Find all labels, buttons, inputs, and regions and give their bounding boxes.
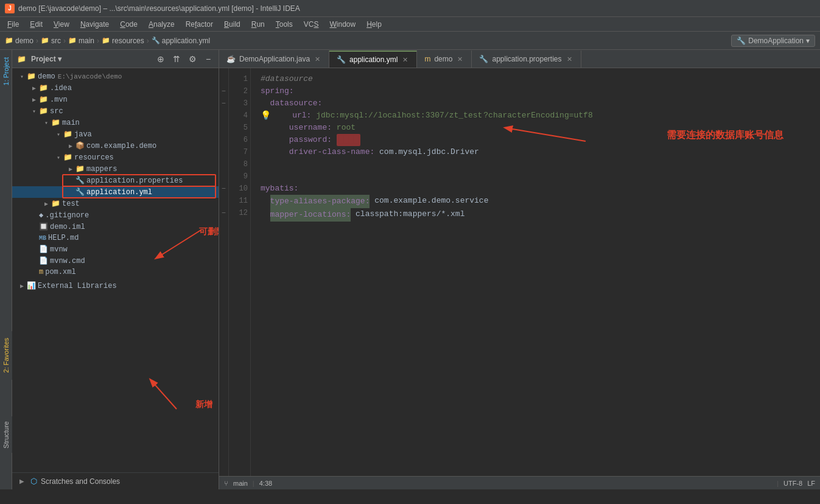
app-icon: J	[5, 4, 15, 13]
menu-refactor[interactable]: Refactor	[181, 19, 218, 30]
favorites-side-tab[interactable]: 2: Favorites	[1, 335, 11, 375]
fold-11	[219, 195, 228, 207]
menu-run[interactable]: Run	[247, 19, 270, 30]
tree-icon-package: 📦	[75, 141, 85, 150]
tree-mappers[interactable]: ▶ 📁 mappers	[12, 163, 219, 175]
tab-demo-icon: m	[424, 55, 430, 63]
tree-mvnw[interactable]: ▶ 📄 mvnw	[12, 243, 219, 255]
menu-edit[interactable]: Edit	[25, 19, 47, 30]
tree-gitignore[interactable]: ▶ ◆ .gitignore	[12, 209, 219, 221]
project-panel: 📁 Project ▾ ⊕ ⇈ ⚙ − ▾ 📁 demo E:\javacode…	[12, 50, 219, 489]
line-num-1: 1	[229, 73, 248, 85]
tree-package[interactable]: ▶ 📦 com.example.demo	[12, 140, 219, 152]
fold-8	[219, 158, 228, 170]
tree-main[interactable]: ▾ 📁 main	[12, 117, 219, 128]
menu-build[interactable]: Build	[219, 19, 245, 30]
tree-mvnw-cmd[interactable]: ▶ 📄 mvnw.cmd	[12, 255, 219, 267]
tab-java-close[interactable]: ✕	[314, 55, 321, 64]
annotation-add: 新增	[195, 399, 212, 410]
scratches-label: Scratches and Consoles	[41, 477, 120, 486]
locate-file-button[interactable]: ⊕	[155, 54, 166, 65]
line7-indent	[261, 146, 289, 158]
breadcrumb-main[interactable]: 📁 main	[68, 37, 94, 45]
tab-yml-close[interactable]: ✕	[401, 55, 409, 65]
line5-username-value: root	[337, 122, 356, 134]
menu-analyze[interactable]: Analyze	[144, 19, 180, 30]
line7-driver-value: com.mysql.jdbc.Driver	[379, 146, 479, 158]
resources-folder-icon: 📁	[102, 37, 110, 44]
tab-application-properties[interactable]: 🔧 application.properties ✕	[472, 51, 581, 68]
code-line-10: mybatis:	[261, 183, 820, 195]
tree-arrow-idea: ▶	[29, 85, 39, 92]
tab-yml-label: application.yml	[349, 55, 398, 64]
tab-demo-label: demo	[434, 55, 452, 63]
menu-view[interactable]: View	[49, 19, 74, 30]
project-side-tab[interactable]: 1: Project	[1, 52, 11, 90]
tab-demo-close[interactable]: ✕	[456, 55, 464, 64]
breadcrumb-demo[interactable]: 📁 demo	[5, 37, 33, 45]
collapse-all-button[interactable]: ⇈	[171, 54, 182, 65]
line5-username-key: username:	[289, 122, 337, 134]
line-col-label: 4:38	[259, 480, 272, 487]
menu-file[interactable]: File	[2, 19, 24, 30]
tab-application-yml[interactable]: 🔧 application.yml ✕	[329, 51, 417, 68]
tree-arrow-demo: ▾	[17, 73, 27, 80]
run-config-button[interactable]: 🔧 DemoApplication ▾	[731, 35, 815, 47]
breadcrumb-src[interactable]: 📁 src	[41, 37, 61, 45]
line-num-10: 10	[229, 183, 248, 195]
line2-spring-key: spring:	[261, 85, 294, 97]
tab-props-close[interactable]: ✕	[566, 55, 573, 64]
title-bar: J demo [E:\javacode\demo] – ...\src\main…	[0, 0, 820, 17]
line-num-11: 11	[229, 195, 248, 207]
tree-java[interactable]: ▾ 📁 java	[12, 128, 219, 140]
tree-icon-git: ◆	[39, 211, 43, 220]
tab-demo-application-java[interactable]: ☕ DemoApplication.java ✕	[219, 51, 329, 68]
code-line-4: 💡 url: jdbc:mysql://localhost:3307/zt_te…	[261, 110, 820, 122]
fold-2[interactable]: −	[219, 85, 228, 97]
hide-panel-button[interactable]: −	[203, 54, 214, 65]
tree-icon-src: 📁	[39, 107, 48, 116]
tree-app-properties[interactable]: ▶ 🔧 application.properties	[12, 175, 219, 186]
menu-vcs[interactable]: VCS	[299, 19, 324, 30]
fold-3[interactable]: −	[219, 97, 228, 110]
tab-yml-icon: 🔧	[337, 55, 346, 64]
tree-test[interactable]: ▶ 📁 test	[12, 198, 219, 209]
tree-idea[interactable]: ▶ 📁 .idea	[12, 82, 219, 94]
git-branch-icon: ⑂	[224, 480, 228, 487]
fold-12[interactable]: −	[219, 207, 228, 219]
structure-side-tab[interactable]: Structure	[1, 419, 11, 451]
tab-demo[interactable]: m demo ✕	[417, 51, 472, 68]
tree-label-app-yml: application.yml	[86, 188, 152, 197]
run-config-icon: 🔧	[737, 37, 746, 45]
tree-src[interactable]: ▾ 📁 src	[12, 105, 219, 117]
fold-10[interactable]: −	[219, 183, 228, 195]
tree-app-yml[interactable]: ▶ 🔧 application.yml	[12, 186, 219, 198]
tree-help-md[interactable]: ▶ MB HELP.md	[12, 233, 219, 243]
editor-content[interactable]: − − − − 1 2 3 4 5 6 7 8	[219, 68, 820, 476]
menu-help[interactable]: Help	[362, 19, 387, 30]
menu-navigate[interactable]: Navigate	[75, 19, 114, 30]
settings-button[interactable]: ⚙	[187, 54, 198, 65]
menu-code[interactable]: Code	[115, 19, 142, 30]
tab-java-icon: ☕	[226, 55, 236, 63]
tree-arrow-scratches: ▶	[17, 478, 27, 485]
tree-external-libs[interactable]: ▶ 📊 External Libraries	[12, 280, 219, 292]
tree-mvn[interactable]: ▶ 📁 .mvn	[12, 94, 219, 105]
breadcrumb-yml[interactable]: 🔧 application.yml	[152, 37, 210, 45]
tree-resources[interactable]: ▾ 📁 resources	[12, 152, 219, 163]
code-editor[interactable]: #datasource spring: datasource: 💡 url:	[251, 68, 820, 476]
encoding-label: UTF-8	[783, 480, 802, 487]
code-line-8	[261, 158, 820, 170]
tree-demo-iml[interactable]: ▶ 🔲 demo.iml	[12, 221, 219, 233]
editor-area: ☕ DemoApplication.java ✕ 🔧 application.y…	[219, 50, 820, 489]
tree-icon-java: 📁	[63, 130, 72, 139]
project-panel-title: Project ▾	[31, 55, 150, 63]
scratches-bar[interactable]: ▶ ⬡ Scratches and Consoles	[12, 472, 219, 489]
tree-root-demo[interactable]: ▾ 📁 demo E:\javacode\demo	[12, 71, 219, 82]
breadcrumb-resources[interactable]: 📁 resources	[102, 37, 144, 45]
menu-window[interactable]: Window	[324, 19, 360, 30]
tree-arrow-resources: ▾	[54, 154, 63, 161]
tree-pom-xml[interactable]: ▶ m pom.xml	[12, 267, 219, 278]
tree-label-ext-libs: External Libraries	[38, 282, 117, 290]
menu-tools[interactable]: Tools	[271, 19, 298, 30]
